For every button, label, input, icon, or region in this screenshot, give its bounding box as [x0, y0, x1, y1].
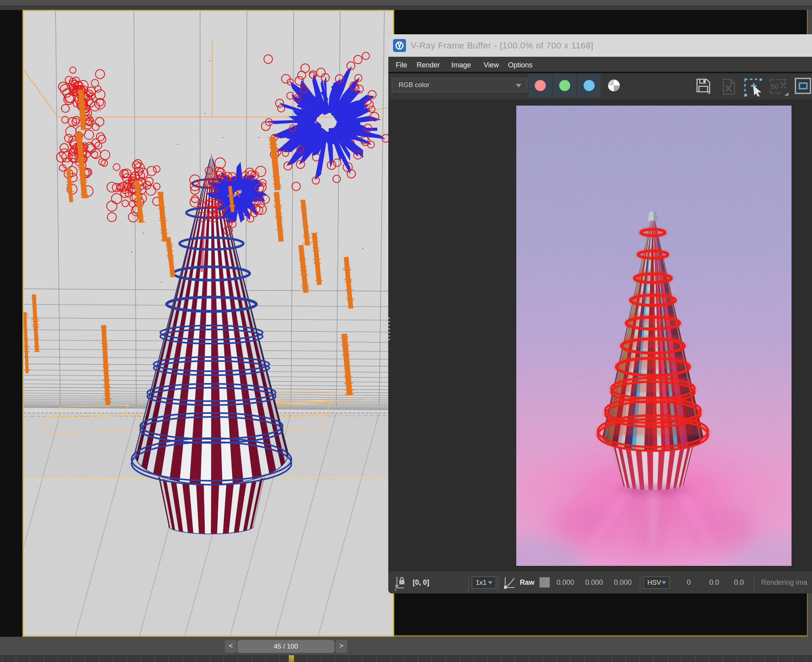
svg-text:50: 50	[770, 82, 779, 91]
